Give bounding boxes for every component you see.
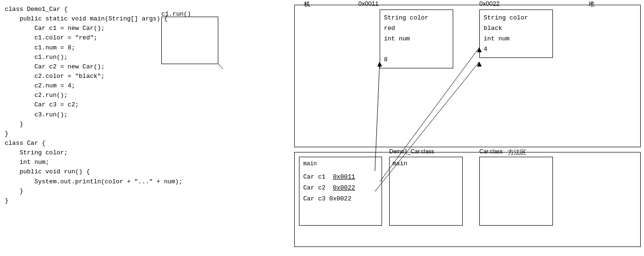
stack-c3-row: Car c3 0x0022 [303,193,378,204]
demo1-class-label: Demo1_Car.class [389,148,434,155]
code-line-12: c3.run(); [5,110,242,120]
addr2-label: 0x0022 [479,0,500,7]
code-line-10: c2.run(); [5,91,242,100]
heap-obj2-line1: String color [484,13,549,23]
heap-obj1-line2: red [384,23,449,34]
stack-heap-outer-box [294,5,641,147]
c2-addr: 0x0022 [333,184,355,191]
call-frame-label: c1.run() [161,10,191,18]
heap-obj2-line3: int num [484,34,549,44]
addr1-label: 0x0011 [358,0,379,7]
code-line-1: class Demo1_Car { [5,5,242,14]
heap-obj2-line4: 4 [484,44,549,55]
code-line-20: } [5,187,242,196]
heap-label: 堆 [588,0,595,9]
diagram-panel: 栈 0x0011 堆 0x0022 String color red int n… [275,0,644,256]
heap-obj1-line4 [384,44,449,55]
code-line-8: c2.color = "black"; [5,72,242,81]
heap-obj2: String color black int num 4 [479,9,553,58]
code-line-15: class Car { [5,139,242,148]
heap-obj1-line3: int num [384,34,449,44]
demo1-class-box: main [389,157,463,226]
car-class-box [479,157,553,226]
stack-frame-main: main Car c1 0x0011 Car c2 0x0022 Car c3 … [299,157,382,226]
code-line-11: Car c3 = c2; [5,100,242,110]
method-area-label: 方法区 [508,148,526,157]
code-line-18: public void run() { [5,167,242,177]
heap-obj1-line5: 8 [384,55,449,65]
stack-c2-row: Car c2 0x0022 [303,182,378,193]
stack-c1-row: Car c1 0x0011 [303,171,378,182]
stack-label: 栈 [304,0,310,9]
code-line-14: } [5,129,242,139]
code-line-16: String color; [5,148,242,158]
code-line-21: } [5,196,242,206]
main-label-stack: main [303,159,378,170]
code-line-19: System.out.println(color + "..." + num); [5,177,242,187]
demo1-main-inner: main [390,157,462,170]
c1-addr: 0x0011 [333,173,355,180]
heap-obj1: String color red int num 8 [380,9,453,68]
car-class-label: Car.class [479,148,503,155]
call-frame-box [161,17,218,64]
code-line-13: } [5,120,242,129]
heap-obj1-line1: String color [384,13,449,23]
code-line-17: int num; [5,158,242,167]
code-line-9: c2.num = 4; [5,81,242,91]
c3-addr: 0x0022 [329,195,352,202]
heap-obj2-line2: black [484,23,549,34]
